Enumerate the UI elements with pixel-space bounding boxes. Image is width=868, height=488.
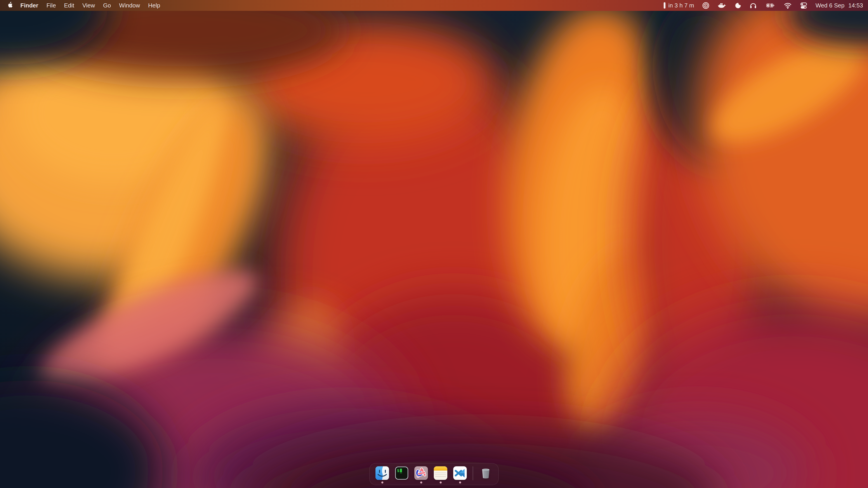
menu-item-help[interactable]: Help <box>144 2 164 9</box>
apple-menu[interactable] <box>7 2 16 9</box>
vscode-icon <box>453 466 467 480</box>
dock-app-a-letter[interactable] <box>414 466 428 484</box>
menu-bar-clock[interactable]: Wed 6 Sep 14:53 <box>815 2 863 9</box>
wifi-icon[interactable] <box>784 2 792 9</box>
running-indicator <box>381 482 383 484</box>
menu-bar-left: Finder File Edit View Go Window Help <box>7 2 164 9</box>
running-indicator <box>420 482 422 484</box>
menu-item-file[interactable]: File <box>42 2 60 9</box>
docker-icon[interactable] <box>717 2 726 9</box>
1password-icon[interactable] <box>702 2 710 9</box>
clock-time: 14:53 <box>848 2 863 9</box>
apple-logo-icon <box>7 2 13 9</box>
countdown-event-bar-icon <box>664 2 665 8</box>
menu-bar-status: in 3 h 7 m <box>664 2 863 9</box>
menu-item-go[interactable]: Go <box>99 2 115 9</box>
calendar-countdown[interactable]: in 3 h 7 m <box>664 2 694 9</box>
focus-moon-icon[interactable] <box>735 2 741 9</box>
control-center-icon[interactable] <box>800 2 808 9</box>
battery-charging-icon[interactable] <box>765 2 776 9</box>
terminal-icon: $ <box>395 466 408 480</box>
dock-separator <box>473 466 473 480</box>
menu-bar: Finder File Edit View Go Window Help in … <box>0 0 868 11</box>
countdown-label: in 3 h 7 m <box>669 2 694 9</box>
menu-item-edit[interactable]: Edit <box>60 2 78 9</box>
menu-item-view[interactable]: View <box>78 2 99 9</box>
desktop-wallpaper <box>0 0 868 488</box>
headphones-icon[interactable] <box>749 2 757 9</box>
clock-date: Wed 6 Sep <box>815 2 844 9</box>
a-letter-app-icon <box>414 466 428 480</box>
dock-app-finder[interactable] <box>375 466 389 484</box>
dock-trash[interactable] <box>479 466 493 480</box>
dock-app-terminal[interactable]: $ <box>395 466 408 484</box>
finder-icon <box>375 466 389 480</box>
trash-icon <box>479 466 493 480</box>
dock: $ <box>369 463 499 485</box>
menu-item-window[interactable]: Window <box>115 2 144 9</box>
running-indicator <box>459 482 461 484</box>
notes-icon <box>434 466 447 480</box>
dock-app-notes[interactable] <box>434 466 447 484</box>
dock-app-vscode[interactable] <box>453 466 467 484</box>
terminal-prompt-glyph: $ <box>397 468 399 473</box>
running-indicator <box>440 482 442 484</box>
menu-item-finder[interactable]: Finder <box>16 2 42 9</box>
